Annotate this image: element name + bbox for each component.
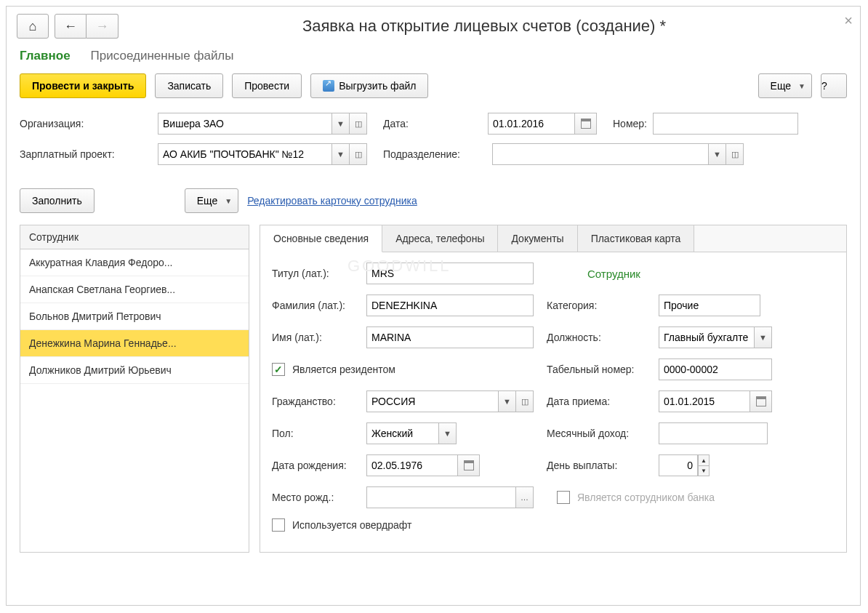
arrow-right-icon: → xyxy=(96,19,109,34)
birth-label: Дата рождения: xyxy=(272,460,366,471)
dept-open[interactable]: ◫ xyxy=(726,143,744,165)
tabnum-input[interactable] xyxy=(659,358,772,380)
help-button[interactable]: ? xyxy=(821,73,847,98)
employee-item[interactable]: Анапская Светлана Георгиев... xyxy=(20,276,249,303)
income-input[interactable] xyxy=(659,422,768,444)
position-dropdown[interactable]: ▼ xyxy=(755,326,772,348)
position-input[interactable] xyxy=(659,326,755,348)
sex-label: Пол: xyxy=(272,428,366,439)
employee-list-header[interactable]: Сотрудник xyxy=(20,225,249,249)
birthplace-label: Место рожд.: xyxy=(272,492,366,503)
birthplace-open[interactable]: … xyxy=(516,486,534,508)
org-input[interactable] xyxy=(158,113,332,135)
hiredate-picker[interactable] xyxy=(750,390,772,412)
sex-input[interactable] xyxy=(366,422,439,444)
project-dropdown[interactable]: ▼ xyxy=(332,143,350,165)
payday-input[interactable] xyxy=(659,454,698,476)
resident-label: Является резидентом xyxy=(292,364,534,375)
edit-card-link[interactable]: Редактировать карточку сотрудника xyxy=(247,195,417,207)
calendar-icon xyxy=(756,396,766,406)
citizen-input[interactable] xyxy=(366,390,499,412)
export-label: Выгрузить файл xyxy=(339,80,416,92)
org-dropdown[interactable]: ▼ xyxy=(332,113,350,135)
fill-button[interactable]: Заполнить xyxy=(20,188,95,213)
calendar-icon xyxy=(581,119,591,129)
tab-addresses[interactable]: Адреса, телефоны xyxy=(382,225,498,252)
hiredate-input[interactable] xyxy=(659,390,750,412)
title-input[interactable] xyxy=(366,263,534,284)
number-label: Номер: xyxy=(613,118,647,129)
detail-pane: Основные сведения Адреса, телефоны Докум… xyxy=(260,225,847,553)
close-icon[interactable]: × xyxy=(844,12,853,29)
date-input[interactable] xyxy=(488,113,575,135)
employee-list: Сотрудник Аккуратная Клавдия Федоро...Ан… xyxy=(20,225,249,553)
surname-input[interactable] xyxy=(366,295,534,316)
tab-basic-info[interactable]: Основные сведения xyxy=(260,225,382,252)
save-button[interactable]: Записать xyxy=(155,73,223,98)
number-input[interactable] xyxy=(653,113,798,135)
employee-item[interactable]: Должников Дмитрий Юрьевич xyxy=(20,357,249,384)
name-input[interactable] xyxy=(366,326,534,348)
employee-item[interactable]: Аккуратная Клавдия Федоро... xyxy=(20,249,249,276)
back-button[interactable]: ← xyxy=(55,14,87,39)
org-label: Организация: xyxy=(20,118,158,129)
dept-input[interactable] xyxy=(492,143,709,165)
position-label: Должность: xyxy=(547,332,659,343)
date-picker[interactable] xyxy=(575,113,597,135)
resident-checkbox[interactable] xyxy=(272,363,285,376)
org-open[interactable]: ◫ xyxy=(350,113,367,135)
income-label: Месячный доход: xyxy=(547,428,659,439)
surname-label: Фамилия (лат.): xyxy=(272,300,366,311)
project-open[interactable]: ◫ xyxy=(350,143,367,165)
dept-dropdown[interactable]: ▼ xyxy=(709,143,726,165)
window-title: Заявка на открытие лицевых счетов (созда… xyxy=(118,17,850,36)
home-icon: ⌂ xyxy=(29,19,37,34)
home-button[interactable]: ⌂ xyxy=(17,14,49,39)
chevron-down-icon: ▼ xyxy=(798,82,805,90)
tab-main[interactable]: Главное xyxy=(20,49,71,63)
calendar-icon xyxy=(464,460,474,470)
post-button[interactable]: Провести xyxy=(232,73,302,98)
category-label: Категория: xyxy=(547,300,659,311)
tab-documents[interactable]: Документы xyxy=(498,225,577,252)
export-file-button[interactable]: Выгрузить файл xyxy=(310,73,428,98)
chevron-down-icon: ▼ xyxy=(225,197,232,205)
arrow-left-icon: ← xyxy=(64,19,77,34)
employee-item[interactable]: Денежкина Марина Геннадье... xyxy=(20,330,249,357)
birthplace-input[interactable] xyxy=(366,486,516,508)
bank-employee-checkbox[interactable] xyxy=(557,491,570,504)
bank-employee-label: Является сотрудником банка xyxy=(577,492,715,503)
payday-label: День выплаты: xyxy=(547,460,659,471)
dept-label: Подразделение: xyxy=(383,148,492,160)
overdraft-label: Используется овердрафт xyxy=(292,519,411,531)
payday-down[interactable]: ▼ xyxy=(698,465,710,476)
sex-dropdown[interactable]: ▼ xyxy=(439,422,457,444)
overdraft-checkbox[interactable] xyxy=(272,518,285,532)
tab-files[interactable]: Присоединенные файлы xyxy=(91,49,234,63)
name-label: Имя (лат.): xyxy=(272,332,366,343)
more-button[interactable]: Еще▼ xyxy=(758,73,812,98)
post-and-close-button[interactable]: Провести и закрыть xyxy=(20,73,146,98)
employee-section-head: Сотрудник xyxy=(587,268,640,280)
birth-picker[interactable] xyxy=(458,454,480,476)
date-label: Дата: xyxy=(383,118,427,129)
birth-input[interactable] xyxy=(366,454,458,476)
payday-up[interactable]: ▲ xyxy=(698,454,710,465)
category-input[interactable] xyxy=(659,295,760,316)
hiredate-label: Дата приема: xyxy=(547,396,659,407)
citizen-label: Гражданство: xyxy=(272,396,366,407)
project-input[interactable] xyxy=(158,143,332,165)
citizen-open[interactable]: ◫ xyxy=(516,390,534,412)
tab-plastic-card[interactable]: Пластиковая карта xyxy=(578,225,695,252)
title-label: Титул (лат.): xyxy=(272,268,366,279)
tabnum-label: Табельный номер: xyxy=(547,364,659,375)
export-icon xyxy=(323,80,334,92)
project-label: Зарплатный проект: xyxy=(20,148,158,160)
citizen-dropdown[interactable]: ▼ xyxy=(499,390,516,412)
employee-item[interactable]: Больнов Дмитрий Петрович xyxy=(20,303,249,330)
forward-button[interactable]: → xyxy=(87,14,118,39)
more-button-2[interactable]: Еще▼ xyxy=(185,188,238,213)
